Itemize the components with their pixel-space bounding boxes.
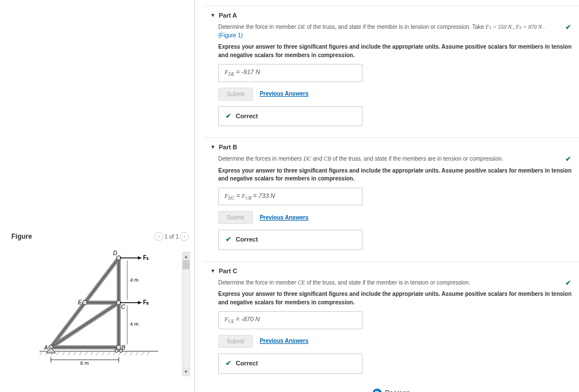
node-e-label: E (78, 299, 82, 305)
right-panel: ▼ Part A ✔ Determine the force in member… (195, 0, 579, 392)
part-c-body: Determine the force in member CE of the … (218, 279, 572, 374)
figure-scrollbar[interactable]: ▲ ▼ (182, 252, 190, 376)
submit-button[interactable]: Submit (218, 88, 253, 101)
figure-link[interactable]: (Figure 1) (218, 32, 243, 38)
part-b-description: Determine the forces in members DC and C… (218, 155, 572, 163)
part-c-header[interactable]: ▼ Part C (210, 268, 572, 274)
part-b-instruction: Express your answer to three significant… (218, 167, 572, 183)
check-icon: ✔ (565, 155, 571, 163)
part-c-buttons: Submit Previous Answers (218, 335, 572, 348)
svg-line-6 (68, 351, 71, 355)
part-b-correct-box: ✔ Correct (218, 230, 362, 249)
part-b-block: ▼ Part B ✔ Determine the forces in membe… (204, 137, 579, 259)
part-b-header[interactable]: ▼ Part B (210, 144, 572, 150)
truss-diagram: A B C D E F₁ F₂ 4 m 4 m 6 m (28, 247, 170, 365)
svg-line-12 (102, 351, 105, 355)
part-c-title: Part C (219, 268, 237, 274)
node-b-label: B (122, 344, 126, 351)
scroll-up-icon[interactable]: ▲ (183, 252, 189, 260)
svg-marker-42 (138, 301, 141, 304)
pearson-logo-icon: P (373, 389, 382, 392)
part-a-description: Determine the force in member DE of the … (218, 23, 572, 32)
svg-line-11 (96, 351, 99, 355)
previous-answers-link[interactable]: Previous Answers (260, 337, 308, 346)
part-c-block: ▼ Part C ✔ Determine the force in member… (204, 261, 579, 383)
svg-line-5 (62, 351, 65, 355)
footer-brand: Pearson (385, 389, 411, 392)
figure-title: Figure (11, 232, 32, 240)
svg-point-35 (83, 300, 87, 305)
part-c-description: Determine the force in member CE of the … (218, 279, 572, 287)
dim-4m-lower: 4 m (130, 321, 139, 327)
check-icon: ✔ (565, 23, 571, 31)
svg-line-1 (40, 351, 42, 355)
part-a-correct-box: ✔ Correct (218, 106, 362, 126)
svg-line-18 (136, 351, 139, 355)
part-b-body: Determine the forces in members DC and C… (218, 155, 572, 250)
part-b-buttons: Submit Previous Answers (218, 211, 572, 224)
check-icon: ✔ (226, 235, 231, 244)
check-icon: ✔ (226, 111, 231, 121)
force-f2-label: F₂ (143, 299, 149, 305)
svg-point-37 (115, 349, 118, 352)
svg-marker-40 (138, 256, 141, 260)
correct-label: Correct (236, 235, 258, 244)
part-c-correct-box: ✔ Correct (218, 354, 362, 373)
dim-6m: 6 m (80, 360, 89, 365)
main-container: Figure ‹ 1 of 1 › (0, 0, 579, 392)
caret-down-icon: ▼ (210, 268, 215, 274)
node-d-label: D (113, 250, 117, 256)
svg-line-9 (85, 351, 88, 355)
correct-label: Correct (236, 112, 258, 121)
figure-header: Figure ‹ 1 of 1 › (11, 232, 189, 241)
scroll-down-icon[interactable]: ▼ (183, 368, 189, 376)
check-icon: ✔ (565, 279, 571, 287)
previous-answers-link[interactable]: Previous Answers (260, 214, 308, 222)
part-a-answer-box: FDE = -917 N (218, 64, 362, 82)
figure-nav-text: 1 of 1 (165, 234, 179, 240)
left-panel: Figure ‹ 1 of 1 › (0, 0, 195, 392)
submit-button[interactable]: Submit (218, 335, 253, 348)
node-a-label: A (44, 344, 48, 351)
figure-next-button[interactable]: › (180, 232, 189, 241)
svg-line-20 (147, 351, 150, 355)
figure-prev-button[interactable]: ‹ (154, 232, 163, 241)
scroll-thumb[interactable] (183, 260, 189, 269)
svg-line-17 (130, 351, 133, 355)
submit-button[interactable]: Submit (218, 211, 253, 224)
part-c-instruction: Express your answer to three significant… (218, 290, 572, 307)
svg-line-16 (124, 351, 127, 355)
footer: P Pearson (204, 385, 579, 392)
svg-line-7 (74, 351, 76, 355)
dim-4m-upper: 4 m (130, 277, 139, 283)
svg-line-4 (57, 351, 59, 355)
svg-line-29 (51, 303, 119, 347)
part-b-title: Part B (219, 144, 237, 150)
figure-image: A B C D E F₁ F₂ 4 m 4 m 6 m (28, 247, 170, 365)
svg-line-19 (141, 351, 144, 355)
check-icon: ✔ (226, 359, 231, 368)
part-a-buttons: Submit Previous Answers (218, 88, 572, 101)
part-a-title: Part A (219, 12, 237, 19)
part-a-block: ▼ Part A ✔ Determine the force in member… (204, 6, 579, 135)
svg-line-10 (90, 351, 93, 355)
correct-label: Correct (236, 359, 258, 368)
svg-line-13 (107, 351, 110, 355)
part-a-instruction: Express your answer to three significant… (218, 43, 572, 59)
caret-down-icon: ▼ (210, 12, 215, 18)
part-a-header[interactable]: ▼ Part A (210, 12, 572, 19)
part-a-body: Determine the force in member DE of the … (218, 23, 572, 126)
figure-nav: ‹ 1 of 1 › (154, 232, 189, 241)
force-f1-label: F₁ (143, 255, 149, 261)
part-c-answer-box: FCE = -870 N (218, 311, 362, 329)
caret-down-icon: ▼ (210, 144, 215, 150)
previous-answers-link[interactable]: Previous Answers (260, 90, 308, 98)
svg-line-8 (79, 351, 82, 355)
node-c-label: C (121, 304, 126, 310)
part-b-answer-box: FDC = FCB = 733 N (218, 188, 362, 206)
